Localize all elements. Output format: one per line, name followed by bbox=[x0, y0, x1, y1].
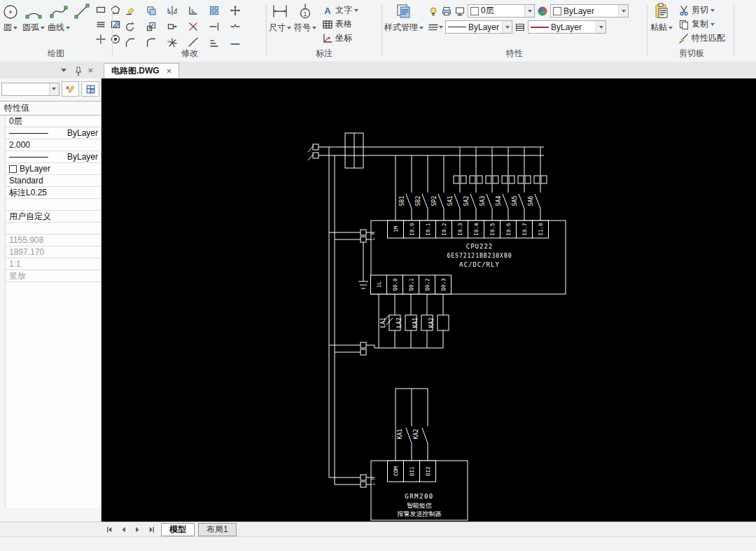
panel-menu-icon[interactable] bbox=[61, 69, 66, 72]
style-manager-button[interactable]: 样式管理 bbox=[383, 1, 425, 34]
table-tool-button[interactable]: 表格 bbox=[319, 18, 361, 31]
plc-input-label[interactable]: I0.5 bbox=[489, 223, 496, 235]
next-layout-button[interactable] bbox=[132, 524, 144, 535]
property-row[interactable]: 1:1 bbox=[6, 258, 101, 270]
relay-label[interactable]: KA2 bbox=[428, 318, 435, 328]
layer-select[interactable]: 0层 bbox=[468, 4, 535, 18]
line-tool-button[interactable] bbox=[71, 1, 92, 21]
first-layout-button[interactable] bbox=[104, 524, 115, 535]
power-terminal[interactable] bbox=[360, 237, 366, 242]
color-select[interactable]: ByLayer bbox=[550, 4, 629, 18]
circuit-diagram[interactable]: SB1SB2SP2SA1SA2SA3SA4SA5SA61MI0.0I0.1I0.… bbox=[102, 78, 756, 522]
stretch-icon[interactable] bbox=[162, 19, 182, 34]
color-wheel-icon[interactable] bbox=[537, 6, 548, 17]
property-row[interactable]: 1155.908 bbox=[6, 235, 101, 246]
plc-output-label[interactable]: 1L bbox=[376, 281, 382, 288]
fuse-block[interactable] bbox=[461, 176, 466, 183]
power-terminal[interactable] bbox=[360, 349, 366, 355]
offset-icon[interactable] bbox=[183, 3, 203, 18]
dimension-tool-button[interactable]: 尺寸 bbox=[267, 1, 293, 34]
power-terminal[interactable] bbox=[360, 482, 366, 487]
power-label[interactable]: L N bbox=[370, 232, 376, 240]
edit-properties-button[interactable] bbox=[62, 81, 80, 97]
trim-icon[interactable] bbox=[183, 19, 203, 34]
linetype-select[interactable]: ByLayer bbox=[445, 20, 512, 34]
multiline-icon[interactable] bbox=[94, 18, 108, 32]
fuse-block[interactable] bbox=[470, 176, 475, 183]
lineweight-icon-button[interactable] bbox=[514, 22, 526, 33]
select-entities-button[interactable] bbox=[81, 81, 99, 97]
switch-label[interactable]: SA3 bbox=[479, 196, 486, 207]
bus-terminal[interactable] bbox=[313, 144, 318, 150]
property-row[interactable]: 2.000 bbox=[6, 139, 101, 151]
copy-button[interactable]: 复制 bbox=[676, 18, 728, 31]
switch-label[interactable]: SA5 bbox=[512, 196, 518, 207]
grm-text[interactable]: 报警发送控制器 bbox=[397, 510, 442, 517]
power-terminal[interactable] bbox=[360, 475, 366, 480]
move-icon[interactable] bbox=[225, 3, 245, 18]
rotate-icon[interactable] bbox=[120, 19, 140, 34]
fuse-block[interactable] bbox=[525, 176, 531, 183]
grm-terminal-label[interactable]: DI2 bbox=[425, 466, 431, 476]
plc-input-label[interactable]: I0.6 bbox=[505, 223, 512, 236]
switch-contact[interactable] bbox=[503, 194, 508, 209]
paste-button[interactable]: 粘贴 bbox=[649, 1, 674, 34]
switch-label[interactable]: SA6 bbox=[528, 196, 534, 207]
curve-tool-button[interactable]: 曲线 bbox=[46, 1, 71, 34]
fuse-block[interactable] bbox=[477, 176, 482, 183]
contact-label[interactable]: KA2 bbox=[413, 429, 419, 440]
contact-label[interactable]: KA1 bbox=[397, 429, 403, 440]
coordinate-tool-button[interactable]: 坐标 bbox=[319, 32, 361, 45]
switch-contact[interactable] bbox=[454, 194, 460, 209]
drawing-canvas[interactable]: SB1SB2SP2SA1SA2SA3SA4SA5SA61MI0.0I0.1I0.… bbox=[102, 78, 756, 522]
plc-input-label[interactable]: I0.3 bbox=[457, 223, 463, 235]
plc-output-label[interactable]: Q0.3 bbox=[440, 278, 447, 291]
break-icon[interactable] bbox=[225, 19, 245, 34]
document-tab[interactable]: 电路图.DWG × bbox=[104, 63, 179, 78]
fuse-block[interactable] bbox=[509, 176, 514, 183]
switch-label[interactable]: SA4 bbox=[496, 196, 502, 207]
fuse-block[interactable] bbox=[541, 176, 547, 183]
switch-contact[interactable] bbox=[470, 194, 476, 209]
switch-label[interactable]: SB2 bbox=[415, 196, 421, 207]
relay-label[interactable]: LA2 bbox=[396, 318, 402, 328]
text-tool-button[interactable]: A 文字 bbox=[319, 4, 361, 17]
plc-model-text[interactable]: AC/DC/RLY bbox=[459, 261, 500, 268]
switch-contact[interactable] bbox=[519, 194, 524, 209]
match-properties-button[interactable]: 特性匹配 bbox=[676, 32, 728, 45]
fuse-block[interactable] bbox=[454, 176, 459, 183]
rectangle-icon[interactable] bbox=[94, 3, 108, 17]
fuse-block[interactable] bbox=[502, 176, 507, 183]
switch-contact[interactable] bbox=[422, 428, 428, 443]
linetype-menu-button[interactable] bbox=[428, 22, 443, 33]
property-row[interactable]: 1897.170 bbox=[6, 246, 101, 258]
property-row[interactable]: ByLayer bbox=[6, 127, 101, 139]
tab-layout1[interactable]: 布局1 bbox=[198, 523, 237, 536]
grm-terminal-label[interactable]: COM bbox=[393, 466, 399, 476]
point-icon[interactable] bbox=[94, 32, 108, 46]
property-row[interactable]: 标注L0.25 bbox=[6, 187, 101, 199]
plc-output-label[interactable]: Q0.1 bbox=[408, 278, 414, 291]
mirror-icon[interactable] bbox=[162, 3, 182, 18]
plot-button[interactable] bbox=[441, 6, 452, 17]
fuse-block[interactable] bbox=[518, 176, 524, 183]
plc-input-label[interactable]: I0.0 bbox=[409, 223, 415, 236]
switch-contact[interactable] bbox=[486, 194, 492, 209]
cut-button[interactable]: 剪切 bbox=[676, 4, 728, 17]
grm-terminal-label[interactable]: DI1 bbox=[409, 466, 415, 476]
property-row[interactable]: 竖放 bbox=[6, 270, 101, 282]
plc-input-label[interactable]: I1.0 bbox=[538, 223, 544, 236]
switch-contact[interactable] bbox=[406, 194, 412, 209]
plc-input-label[interactable]: I0.7 bbox=[522, 223, 528, 235]
relay-coil[interactable] bbox=[438, 315, 449, 330]
array-icon[interactable] bbox=[204, 3, 224, 18]
document-tab-close-icon[interactable]: × bbox=[167, 67, 172, 76]
display-button[interactable] bbox=[454, 6, 465, 17]
plc-model-text[interactable]: CPU222 bbox=[466, 243, 493, 250]
power-label[interactable]: L N bbox=[370, 477, 376, 485]
symbol-tool-button[interactable]: 1 符号 bbox=[293, 1, 318, 34]
property-row[interactable]: 0层 bbox=[6, 116, 101, 127]
switch-contact[interactable] bbox=[438, 194, 444, 209]
fuse-block[interactable] bbox=[486, 176, 491, 183]
property-row[interactable]: 用户自定义 bbox=[6, 211, 101, 223]
